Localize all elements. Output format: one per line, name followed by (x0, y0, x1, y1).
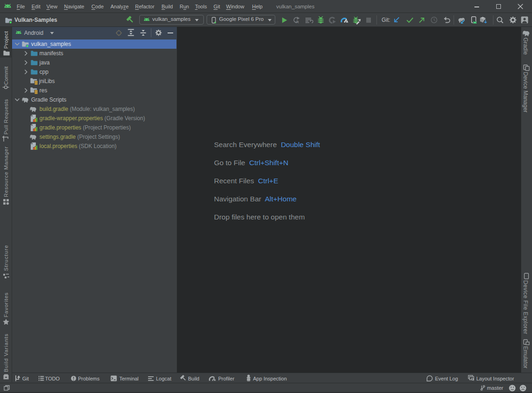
svg-text:A: A (296, 19, 299, 24)
